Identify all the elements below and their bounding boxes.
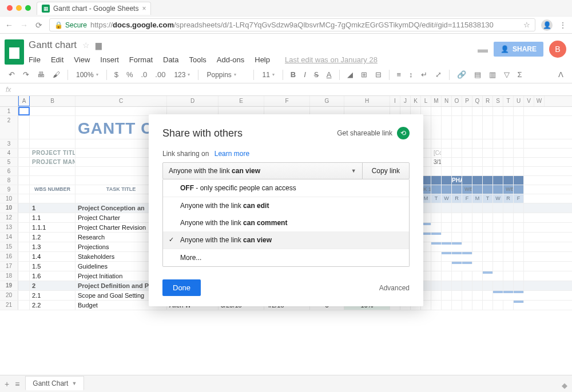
cell[interactable] (452, 116, 462, 139)
cell[interactable] (18, 271, 30, 281)
cell[interactable] (18, 185, 30, 194)
cell[interactable] (462, 116, 472, 139)
collapse-toolbar-icon[interactable]: ᐱ (555, 69, 566, 81)
row-header[interactable]: 16 (0, 252, 18, 261)
cell[interactable] (452, 149, 462, 157)
cell[interactable]: 1.1 (30, 213, 76, 222)
cell[interactable]: WEEK 2 (462, 185, 472, 194)
cell[interactable] (503, 139, 514, 148)
cell[interactable] (462, 213, 472, 222)
cell[interactable]: 1.5 (30, 262, 76, 271)
cell[interactable] (18, 262, 30, 271)
menu-tools[interactable]: Tools (189, 55, 206, 64)
cell[interactable] (452, 213, 462, 222)
cell[interactable]: WBS NUMBER (30, 185, 76, 194)
maximize-window-icon[interactable] (25, 5, 31, 11)
row-header[interactable]: 14 (0, 233, 18, 242)
cell[interactable] (493, 139, 503, 148)
column-header[interactable]: V (524, 96, 534, 106)
print-icon[interactable]: 🖶 (34, 69, 47, 81)
cell[interactable] (18, 242, 30, 251)
cell[interactable] (503, 262, 514, 271)
column-header[interactable]: J (400, 96, 411, 106)
cell[interactable] (18, 252, 30, 261)
cell[interactable] (462, 242, 472, 251)
cell[interactable]: T (483, 194, 493, 203)
cell[interactable] (431, 233, 442, 235)
cell[interactable] (431, 139, 442, 148)
menu-insert[interactable]: Insert (100, 55, 119, 64)
zoom-select[interactable]: 100% (73, 70, 102, 80)
cell[interactable] (483, 262, 493, 271)
link-permission-dropdown[interactable]: Anyone with the link can view ▼ (163, 163, 363, 179)
cell[interactable] (431, 271, 442, 281)
column-header[interactable]: K (411, 96, 421, 106)
text-wrap-icon[interactable]: ↵ (418, 69, 430, 81)
cell[interactable] (493, 291, 503, 293)
cell[interactable] (442, 139, 452, 148)
cell[interactable] (462, 291, 472, 300)
column-header[interactable]: G (310, 96, 344, 106)
cell[interactable] (462, 252, 472, 254)
cell[interactable]: 1.2 (30, 233, 76, 242)
cell[interactable] (442, 301, 452, 310)
column-header[interactable]: D (167, 96, 219, 106)
cell[interactable]: T (431, 194, 442, 203)
cell[interactable] (514, 242, 524, 251)
cell[interactable] (442, 291, 452, 300)
copy-link-button[interactable]: Copy link (363, 163, 409, 179)
cell[interactable] (442, 252, 452, 254)
decrease-decimal-icon[interactable]: .0 (138, 69, 150, 81)
column-header[interactable]: Q (472, 96, 483, 106)
cell[interactable] (483, 139, 493, 148)
cell[interactable] (483, 116, 493, 139)
cell[interactable] (493, 107, 503, 115)
cell[interactable] (472, 223, 483, 232)
cell[interactable] (462, 203, 472, 213)
cell[interactable] (442, 271, 452, 281)
cell[interactable] (462, 107, 472, 115)
cell[interactable] (462, 223, 472, 232)
cell[interactable] (452, 107, 462, 115)
cell[interactable] (442, 107, 452, 115)
cell[interactable] (18, 167, 30, 175)
permission-option[interactable]: ✓Anyone with the link can view (163, 231, 409, 249)
cell[interactable] (452, 185, 462, 194)
cell[interactable] (462, 149, 472, 157)
cell[interactable] (452, 281, 462, 290)
column-header[interactable]: P (462, 96, 472, 106)
menu-file[interactable]: File (29, 55, 41, 64)
cell[interactable] (493, 301, 503, 310)
cell[interactable] (503, 167, 514, 175)
cell[interactable] (472, 167, 483, 175)
cell[interactable] (431, 252, 442, 261)
format-percent-icon[interactable]: % (124, 69, 136, 81)
column-header[interactable]: B (30, 96, 76, 106)
cell[interactable] (452, 271, 462, 281)
cell[interactable] (503, 213, 514, 222)
cell[interactable] (472, 242, 483, 251)
cell[interactable] (493, 116, 503, 139)
insert-link-icon[interactable]: 🔗 (454, 69, 469, 81)
row-header[interactable]: 10 (0, 194, 18, 203)
row-header[interactable]: 21 (0, 301, 18, 310)
cell[interactable] (442, 149, 452, 157)
cell[interactable] (472, 252, 483, 261)
bookmark-star-icon[interactable]: ☆ (523, 21, 530, 29)
text-color-icon[interactable]: A (324, 69, 335, 81)
advanced-link[interactable]: Advanced (379, 284, 410, 292)
column-header[interactable]: U (514, 96, 524, 106)
cell[interactable]: PROJECT MANAGER (30, 158, 76, 166)
cell[interactable] (431, 213, 442, 222)
cell[interactable] (472, 271, 483, 281)
cell[interactable] (483, 242, 493, 251)
cell[interactable]: 1 (30, 203, 76, 213)
row-header[interactable]: 8 (0, 176, 18, 185)
cell[interactable] (514, 252, 524, 261)
cell[interactable] (514, 139, 524, 148)
cell[interactable] (431, 281, 442, 290)
cell[interactable] (503, 149, 514, 157)
cell[interactable] (472, 213, 483, 222)
cell[interactable] (30, 139, 76, 148)
cell[interactable] (442, 233, 452, 242)
